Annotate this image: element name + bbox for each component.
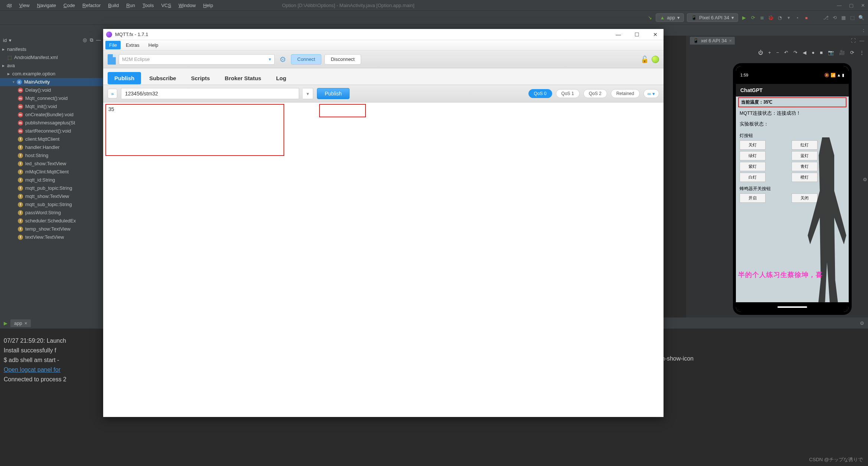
console-tab-app[interactable]: app ×: [10, 319, 31, 327]
qos-1-button[interactable]: QoS 1: [556, 89, 580, 98]
minimize-icon[interactable]: —: [613, 32, 623, 38]
menu-navigate[interactable]: Navigate: [33, 3, 60, 8]
attach-icon[interactable]: ▾: [786, 15, 792, 21]
structure-tree[interactable]: ▸nanifests⬚AndroidManifest.xml▸ava▸com.e…: [0, 45, 104, 242]
minimize-icon[interactable]: —: [837, 3, 842, 8]
gear-icon[interactable]: ⚙: [863, 177, 867, 182]
topic-dropdown-button[interactable]: ▾: [303, 88, 313, 99]
tree-item[interactable]: fled_show:TextView: [0, 160, 104, 168]
tree-item[interactable]: fmqtt_sub_topic:String: [0, 201, 104, 209]
expand-icon[interactable]: ⛶: [851, 38, 856, 43]
tree-item[interactable]: ▸com.example.option: [0, 70, 104, 78]
tab-broker-status[interactable]: Broker Status: [218, 72, 268, 84]
menu-vcs[interactable]: VCS: [157, 3, 175, 8]
tree-item[interactable]: ftemp_show:TextView: [0, 225, 104, 233]
vol-down-icon[interactable]: −: [776, 50, 779, 55]
rotate-right-icon[interactable]: ↷: [793, 50, 797, 55]
close-tab-icon[interactable]: ×: [24, 320, 27, 326]
tree-item[interactable]: mstartReconnect():void: [0, 127, 104, 135]
close-icon[interactable]: ✕: [650, 32, 661, 38]
menu-edit[interactable]: dit: [3, 3, 16, 8]
structure-dropdown[interactable]: id ▾: [3, 37, 12, 43]
close-icon[interactable]: ✕: [861, 3, 865, 8]
menu-view[interactable]: View: [16, 3, 33, 8]
hide-icon[interactable]: —: [859, 38, 864, 43]
retained-button[interactable]: Retained: [611, 89, 640, 98]
tree-item[interactable]: fpassWord:String: [0, 209, 104, 217]
tree-item[interactable]: ftextView:TextView: [0, 233, 104, 241]
snapshot-icon[interactable]: ⟳: [850, 50, 854, 55]
device-dropdown[interactable]: 📱 Pixel 6 API 34 ▾: [687, 13, 738, 22]
apply-changes-icon[interactable]: ⟳: [750, 15, 756, 21]
menu-tools[interactable]: Tools: [139, 3, 157, 8]
profile-select[interactable]: M2M Eclipse ▾: [119, 54, 275, 65]
settings-icon[interactable]: ⧉: [90, 37, 93, 43]
rotate-left-icon[interactable]: ↶: [784, 50, 788, 55]
tree-item[interactable]: mpublishmessageplus(St: [0, 119, 104, 127]
tab-log[interactable]: Log: [269, 72, 293, 84]
gear-icon[interactable]: ⚙: [860, 320, 864, 326]
tree-item[interactable]: fscheduler:ScheduledEx: [0, 217, 104, 225]
target-icon[interactable]: ◎: [83, 37, 87, 43]
hammer-icon[interactable]: ↘: [647, 15, 653, 21]
bug-icon[interactable]: 🐞: [768, 15, 774, 21]
profiler-icon[interactable]: ◔: [777, 15, 783, 21]
sdk-icon[interactable]: ⬚: [849, 15, 855, 21]
publish-button[interactable]: Publish: [317, 88, 350, 99]
light-button[interactable]: 绿灯: [740, 151, 766, 160]
run-config-dropdown[interactable]: ▲ app ▾: [656, 13, 684, 22]
tree-item[interactable]: mDelay():void: [0, 86, 104, 94]
stop-icon[interactable]: ■: [803, 15, 809, 21]
more-icon[interactable]: ⋆: [795, 15, 800, 21]
publish-settings-button[interactable]: ∞▾: [643, 89, 659, 98]
tree-item[interactable]: ▸nanifests: [0, 45, 104, 53]
back-icon[interactable]: ◀: [803, 50, 806, 55]
payload-textarea[interactable]: 35: [103, 102, 664, 417]
menu-build[interactable]: Build: [104, 3, 122, 8]
tree-item[interactable]: fmqtt_id:String: [0, 176, 104, 184]
tree-item[interactable]: ⬚AndroidManifest.xml: [0, 53, 104, 62]
tree-item[interactable]: fmMqClint:MqttClient: [0, 168, 104, 176]
screenshot-icon[interactable]: 📷: [828, 50, 834, 55]
overview-icon[interactable]: ■: [820, 50, 823, 55]
tree-item[interactable]: fmqtt_pub_topic:String: [0, 184, 104, 192]
light-button[interactable]: 紫灯: [740, 162, 766, 171]
light-button[interactable]: 白灯: [740, 173, 766, 182]
close-tab-icon[interactable]: ×: [729, 38, 732, 43]
sync-icon[interactable]: ⟲: [832, 15, 838, 21]
home-icon[interactable]: ●: [812, 50, 815, 55]
profile-settings-icon[interactable]: ⚙: [278, 54, 288, 65]
power-icon[interactable]: ⏻: [758, 50, 763, 55]
tree-item[interactable]: fhost:String: [0, 151, 104, 160]
emulator-tab[interactable]: 📱 xel 6 API 34 ×: [690, 37, 735, 45]
tree-item[interactable]: ▾cMainActivity: [0, 78, 104, 86]
phone-screen[interactable]: 1:59 🔕 📶 ▲ ▮ ChatGPT 当前温度：35℃ MQTT连接状态：连…: [736, 66, 849, 312]
topic-input[interactable]: [121, 88, 299, 99]
menu-help[interactable]: Help: [199, 3, 217, 8]
tree-item[interactable]: ▸ava: [0, 62, 104, 70]
mqttfx-title-bar[interactable]: MQTT.fx - 1.7.1 — ☐ ✕: [103, 29, 664, 40]
maximize-icon[interactable]: ☐: [632, 32, 642, 38]
disconnect-button[interactable]: Disconnect: [324, 54, 361, 65]
tree-item[interactable]: monCreate(Bundle):void: [0, 111, 104, 119]
more-icon[interactable]: ⋮: [859, 50, 864, 55]
phone-nav-bar[interactable]: [736, 302, 849, 312]
run-icon[interactable]: ▶: [741, 15, 747, 21]
qos-0-button[interactable]: QoS 0: [528, 89, 552, 98]
mqttfx-menu-help[interactable]: Help: [145, 41, 162, 49]
mqttfx-menu-extras[interactable]: Extras: [122, 41, 143, 49]
maximize-icon[interactable]: ▢: [849, 3, 854, 8]
qos-2-button[interactable]: QoS 2: [583, 89, 607, 98]
light-button[interactable]: 关灯: [740, 140, 766, 150]
tree-item[interactable]: mMqtt_init():void: [0, 102, 104, 111]
mqttfx-menu-file[interactable]: File: [105, 41, 121, 49]
menu-code[interactable]: Code: [60, 3, 79, 8]
avd-icon[interactable]: ▦: [841, 15, 846, 21]
menu-run[interactable]: Run: [122, 3, 139, 8]
tab-subscribe[interactable]: Subscribe: [143, 72, 183, 84]
tree-item[interactable]: fmqtt_show:TextView: [0, 192, 104, 201]
tree-item[interactable]: fhandler:Handler: [0, 143, 104, 151]
tree-item[interactable]: fclient:MqttClient: [0, 135, 104, 143]
tab-scripts[interactable]: Scripts: [184, 72, 217, 84]
debug-icon[interactable]: ≣: [759, 15, 765, 21]
